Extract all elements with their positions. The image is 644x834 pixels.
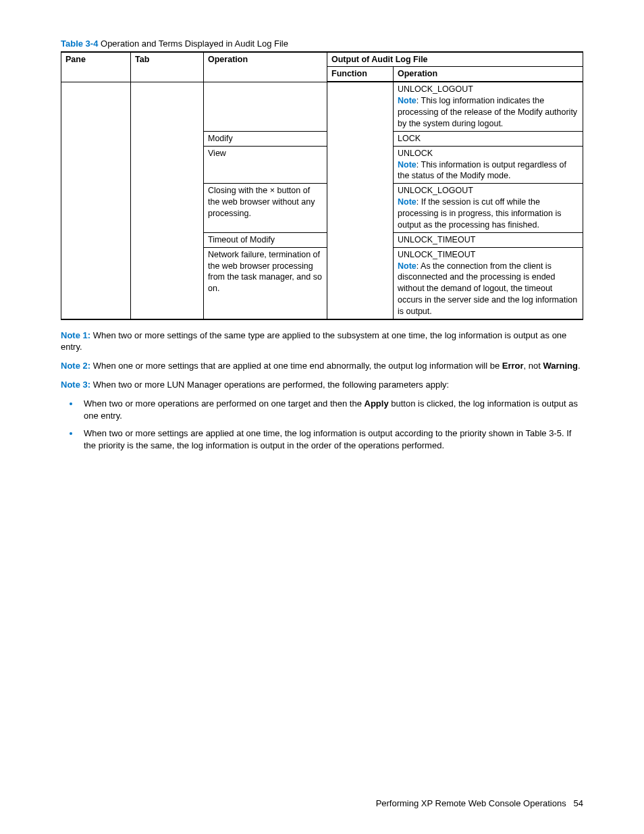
table-caption-label: Table 3-4 [61,38,98,49]
cell-out-2: LOCK [394,131,583,146]
note-3-text: When two or more LUN Manager operations … [90,380,449,390]
note-2-warning: Warning [543,361,578,371]
out-code-1: UNLOCK_LOGOUT [398,84,473,94]
cell-out-1: UNLOCK_LOGOUT Note: This log information… [394,82,583,131]
th-op-out: Operation [394,67,583,82]
note-2-not: , not [524,361,543,371]
note-1-text: When two or more settings of the same ty… [61,330,566,353]
out-note-text-6: As the connection from the client is dis… [398,261,577,317]
out-code-4: UNLOCK_LOGOUT [398,186,473,195]
table-caption-text: Operation and Terms Displayed in Audit L… [101,38,288,49]
cell-tab [131,82,204,319]
th-output: Output of Audit Log File [327,52,583,67]
note-1-label: Note 1: [61,330,90,340]
out-code-3: UNLOCK [398,149,433,158]
cell-op-5: Timeout of Modify [204,232,327,247]
th-tab: Tab [131,52,204,82]
cell-op-6: Network failure, termination of the web … [204,247,327,319]
th-operation: Operation [204,52,327,82]
out-code-6: UNLOCK_TIMEOUT [398,250,475,259]
cell-op-4: Closing with the × button of the web bro… [204,184,327,233]
audit-log-table: Pane Tab Operation Output of Audit Log F… [61,51,583,320]
out-note-text-3: This information is output regardless of… [398,160,566,181]
out-code-5: UNLOCK_TIMEOUT [398,235,475,244]
th-function: Function [327,67,394,82]
cell-func [327,82,394,319]
out-note-label-4: Note [398,197,417,207]
bullet-1-apply: Apply [365,398,389,409]
cell-out-3: UNLOCK Note: This information is output … [394,146,583,184]
note-3-label: Note 3: [61,380,90,390]
cell-op-1 [204,82,327,131]
cell-out-4: UNLOCK_LOGOUT Note: If the session is cu… [394,184,583,233]
cell-out-6: UNLOCK_TIMEOUT Note: As the connection f… [394,247,583,319]
note-2-label: Note 2: [61,361,90,371]
out-note-label-1: Note [398,96,417,105]
bullet-1-a: When two or more operations are performe… [84,398,365,409]
note-2-error: Error [502,361,524,371]
notes-section: Note 1: When two or more settings of the… [61,330,583,451]
table-caption: Table 3-4 Operation and Terms Displayed … [61,38,583,50]
note-2: Note 2: When one or more settings that a… [61,360,583,372]
cell-op-3: View [204,146,327,184]
note-2-text-a: When one or more settings that are appli… [90,361,502,371]
out-note-text-4: If the session is cut off while the proc… [398,197,561,230]
out-note-label-3: Note [398,160,417,170]
note-3: Note 3: When two or more LUN Manager ope… [61,379,583,391]
out-note-label-6: Note [398,261,417,271]
cell-pane [61,82,131,319]
out-note-text-1: This log information indicates the proce… [398,96,577,128]
note-1: Note 1: When two or more settings of the… [61,330,583,353]
cell-out-5: UNLOCK_TIMEOUT [394,232,583,247]
out-code-2: LOCK [398,134,421,143]
th-pane: Pane [61,52,131,82]
cell-op-2: Modify [204,131,327,146]
bullet-2: When two or more settings are applied at… [80,427,583,451]
note-2-period: . [578,361,581,371]
note-3-bullets: When two or more operations are performe… [61,397,583,451]
bullet-1: When two or more operations are performe… [80,397,583,421]
